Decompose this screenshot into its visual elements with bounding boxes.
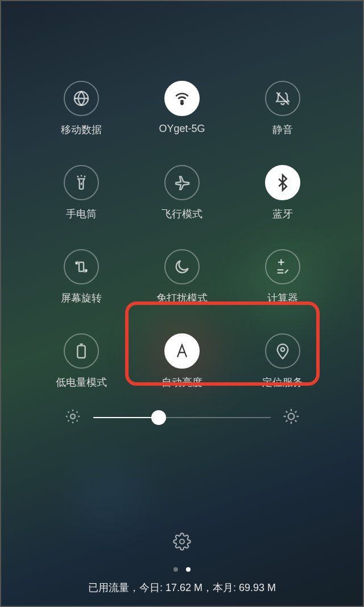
toggle-mobile-data[interactable]: 移动数据 xyxy=(31,81,131,137)
toggle-airplane[interactable]: 飞行模式 xyxy=(131,165,232,221)
svg-point-14 xyxy=(288,414,295,420)
calc-icon xyxy=(265,249,300,284)
globe-icon xyxy=(64,81,99,116)
airplane-icon xyxy=(164,165,200,200)
moon-icon xyxy=(164,249,200,284)
page-indicator xyxy=(173,567,191,572)
wifi-icon xyxy=(164,81,200,116)
rotation-icon xyxy=(64,249,99,284)
svg-rect-10 xyxy=(77,346,85,358)
toggle-low-power[interactable]: 低电量模式 xyxy=(31,333,131,389)
svg-line-7 xyxy=(285,270,288,273)
bell-off-icon xyxy=(265,81,300,116)
quick-settings-grid: 移动数据OYget-5G静音手电筒飞行模式蓝牙屏幕旋转免打扰模式计算器低电量模式… xyxy=(1,81,363,389)
toggle-label: 低电量模式 xyxy=(56,375,107,389)
toggle-label: OYget-5G xyxy=(159,123,205,135)
svg-point-1 xyxy=(181,102,183,104)
settings-button[interactable] xyxy=(169,528,195,555)
toggle-label: 飞行模式 xyxy=(162,207,202,221)
toggle-label: 移动数据 xyxy=(61,123,102,137)
toggle-label: 定位服务 xyxy=(262,375,303,389)
brightness-high-icon xyxy=(282,407,300,428)
data-usage-text: 已用流量，今日: 17.62 M，本月: 69.93 M xyxy=(1,581,363,594)
battery-icon xyxy=(64,333,99,369)
toggle-label: 静音 xyxy=(272,123,293,137)
page-dot xyxy=(186,567,191,572)
toggle-label: 计算器 xyxy=(267,291,298,305)
toggle-label: 自动亮度 xyxy=(162,375,202,389)
toggle-label: 免打扰模式 xyxy=(156,291,208,305)
brightness-low-icon xyxy=(64,407,82,428)
toggle-label: 蓝牙 xyxy=(272,207,293,221)
toggle-auto-brightness[interactable]: 自动亮度 xyxy=(131,333,232,389)
bluetooth-icon xyxy=(265,165,300,200)
toggle-mute[interactable]: 静音 xyxy=(233,81,333,137)
brightness-slider[interactable] xyxy=(64,407,300,428)
toggle-flashlight[interactable]: 手电筒 xyxy=(31,165,131,221)
page-dot xyxy=(173,567,178,572)
toggle-dnd[interactable]: 免打扰模式 xyxy=(131,249,232,305)
brightness-thumb[interactable] xyxy=(151,410,166,425)
toggle-rotation[interactable]: 屏幕旋转 xyxy=(31,249,131,305)
svg-point-12 xyxy=(281,348,285,352)
brightness-track[interactable] xyxy=(93,417,271,418)
toggle-label: 屏幕旋转 xyxy=(61,291,102,305)
svg-point-15 xyxy=(180,539,184,544)
toggle-location[interactable]: 定位服务 xyxy=(233,333,333,389)
toggle-label: 手电筒 xyxy=(66,207,97,221)
toggle-wifi[interactable]: OYget-5G xyxy=(131,81,232,137)
svg-rect-4 xyxy=(79,262,84,271)
toggle-bluetooth[interactable]: 蓝牙 xyxy=(233,165,333,221)
svg-point-13 xyxy=(71,414,75,419)
location-icon xyxy=(265,333,300,369)
toggle-calculator[interactable]: 计算器 xyxy=(233,249,333,305)
letter-a-icon xyxy=(164,333,200,369)
flashlight-icon xyxy=(64,165,99,200)
